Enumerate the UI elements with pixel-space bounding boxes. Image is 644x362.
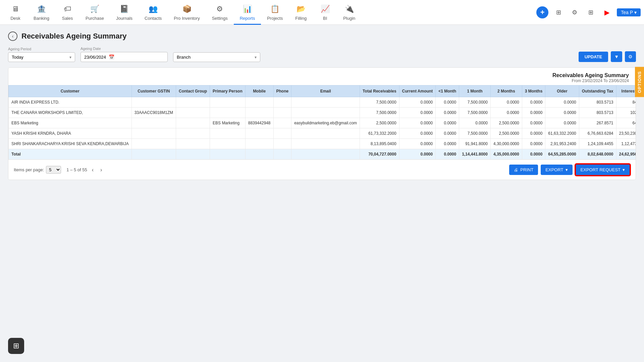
print-button[interactable]: 🖨 PRINT <box>509 165 538 175</box>
add-button[interactable]: + <box>536 6 548 18</box>
branch-select[interactable]: Branch ▾ <box>173 52 260 62</box>
nav-item-purchase[interactable]: Purchase <box>79 0 110 25</box>
cell-month3: 0.0000 <box>522 108 545 118</box>
user-label: Tea P <box>621 10 633 15</box>
nav-item-banking[interactable]: Banking <box>28 0 55 25</box>
next-page-button[interactable]: › <box>98 166 104 174</box>
col-contact-group: Contact Group <box>176 85 210 97</box>
cell-customer: SHRI SHANKARACHARYA KRISHI SEVA KENDRA,D… <box>9 139 132 149</box>
branch-chevron: ▾ <box>255 55 257 60</box>
col-2months: 2 Months <box>490 85 522 97</box>
table-row[interactable]: THE CANARA WORKSHOPS LIMITED, 33AAACC901… <box>9 108 636 118</box>
col-3months: 3 Months <box>522 85 545 97</box>
export-button[interactable]: EXPORT ▾ <box>541 165 572 175</box>
cell-contact-group <box>176 97 210 108</box>
nav-item-settings[interactable]: Settings <box>206 0 234 25</box>
cell-email <box>291 139 360 149</box>
col-email: Email <box>291 85 360 97</box>
nav-label-filling: Filling <box>295 16 307 21</box>
items-per-page-select[interactable]: 5 10 25 <box>46 166 61 174</box>
cell-interest-due: 1,12,473.2732 <box>616 139 636 149</box>
data-table: Customer Customer GSTIN Contact Group Pr… <box>8 85 636 160</box>
update-button[interactable]: UPDATE <box>579 52 608 62</box>
filling-nav-icon <box>295 3 307 15</box>
nav-label-purchase: Purchase <box>86 16 104 21</box>
cell-total-label: Total <box>9 149 132 160</box>
nav-item-journals[interactable]: Journals <box>110 0 139 25</box>
table-row[interactable]: EBS Marketing EBS Marketing 8839442948 e… <box>9 118 636 128</box>
nav-item-desk[interactable]: Desk <box>3 0 28 25</box>
nav-item-bi[interactable]: BI <box>313 0 337 25</box>
ageing-period-group: Ageing Period Today ▾ <box>8 47 75 62</box>
youtube-icon[interactable]: ▶ <box>601 6 613 18</box>
cell-total-receivables: 7,500.0000 <box>360 108 399 118</box>
cell-month2: 2,500.0000 <box>490 118 522 128</box>
cell-month2: 0.0000 <box>490 97 522 108</box>
col-older: Older <box>545 85 579 97</box>
branch-placeholder: Branch <box>177 55 191 60</box>
nav-label-bi: BI <box>323 16 327 21</box>
prev-page-button[interactable]: ‹ <box>90 166 96 174</box>
cell-primary-person <box>210 128 246 139</box>
settings-icon[interactable]: ⚙ <box>569 6 581 18</box>
ageing-date-label: Ageing Date <box>80 47 168 51</box>
nav-item-proinventory[interactable]: Pro Inventory <box>168 0 206 25</box>
options-tab[interactable]: OPTIONS <box>635 67 644 97</box>
cell-month2: 2,500.0000 <box>490 128 522 139</box>
cell-customer: THE CANARA WORKSHOPS LIMITED, <box>9 108 132 118</box>
apps-icon[interactable]: ⊞ <box>585 6 597 18</box>
ageing-period-select[interactable]: Today ▾ <box>8 52 75 62</box>
table-row[interactable]: YASH KRISHI KRNDRA, DHARA 61,73,332.2000… <box>9 128 636 139</box>
nav-item-plugin[interactable]: Plugin <box>337 0 361 25</box>
col-phone: Phone <box>273 85 291 97</box>
cell-current-amount: 0.0000 <box>399 97 436 108</box>
cell-customer: EBS Marketing <box>9 118 132 128</box>
nav-label-contacts: Contacts <box>145 16 162 21</box>
export-request-button[interactable]: EXPORT REQUEST ▾ <box>575 164 630 176</box>
nav-label-banking: Banking <box>34 16 49 21</box>
cell-primary-person: EBS Marketing <box>210 118 246 128</box>
table-header: Customer Customer GSTIN Contact Group Pr… <box>9 85 636 97</box>
report-card: Receivables Ageing Summary From 23/02/20… <box>8 67 636 180</box>
settings-icon-button[interactable]: ⚙ <box>625 51 636 62</box>
cell-lt1month: 0.0000 <box>436 97 459 108</box>
nav-right: + ⊞ ⚙ ⊞ ▶ Tea P ▾ <box>536 6 641 18</box>
ageing-date-input[interactable]: 23/06/2024 📅 <box>80 52 168 62</box>
report-date-range: From 23/02/2024 To 23/06/2024 <box>15 78 629 83</box>
table-row[interactable]: AIR INDIA EXPRESS LTD. 7,500.0000 0.0000… <box>9 97 636 108</box>
print-label: PRINT <box>520 167 533 172</box>
nav-item-contacts[interactable]: Contacts <box>139 0 168 25</box>
cell-total-receivables: 2,500.0000 <box>360 118 399 128</box>
cell-older: 0.0000 <box>545 108 579 118</box>
nav-item-reports[interactable]: Reports <box>234 0 261 25</box>
cell-mobile <box>245 108 273 118</box>
print-icon: 🖨 <box>514 167 518 172</box>
ageing-date-value: 23/06/2024 <box>84 55 106 60</box>
banking-nav-icon <box>35 3 47 15</box>
cell-outstanding-tax: 267.8571 <box>579 118 616 128</box>
cell-older: 0.0000 <box>545 118 579 128</box>
projects-nav-icon <box>269 3 281 15</box>
nav-item-sales[interactable]: Sales <box>55 0 79 25</box>
col-mobile: Mobile <box>245 85 273 97</box>
cell-total-receivables: 8,13,895.0400 <box>360 139 399 149</box>
cell-outstanding-tax: 803.5713 <box>579 108 616 118</box>
nav-item-projects[interactable]: Projects <box>261 0 289 25</box>
purchase-nav-icon <box>89 3 101 15</box>
calendar-icon[interactable]: 📅 <box>109 54 114 60</box>
cell-month1: 0.0000 <box>459 118 491 128</box>
table-row[interactable]: SHRI SHANKARACHARYA KRISHI SEVA KENDRA,D… <box>9 139 636 149</box>
col-customer: Customer <box>9 85 132 97</box>
filter-icon-button[interactable]: ▼ <box>611 51 622 62</box>
cell-month2-total: 4,35,000.0000 <box>490 149 522 160</box>
cell-month2: 0.0000 <box>490 108 522 118</box>
cell-month3: 0.0000 <box>522 97 545 108</box>
cell-contact-group <box>176 118 210 128</box>
bottom-apps-icon[interactable]: ⊞ <box>8 338 24 354</box>
user-menu[interactable]: Tea P ▾ <box>617 8 641 16</box>
back-button[interactable]: ‹ <box>8 32 17 41</box>
ageing-date-group: Ageing Date 23/06/2024 📅 <box>80 47 168 62</box>
page-info: 1 – 5 of 55 <box>66 167 87 172</box>
nav-item-filling[interactable]: Filling <box>289 0 313 25</box>
grid-icon[interactable]: ⊞ <box>552 6 565 18</box>
